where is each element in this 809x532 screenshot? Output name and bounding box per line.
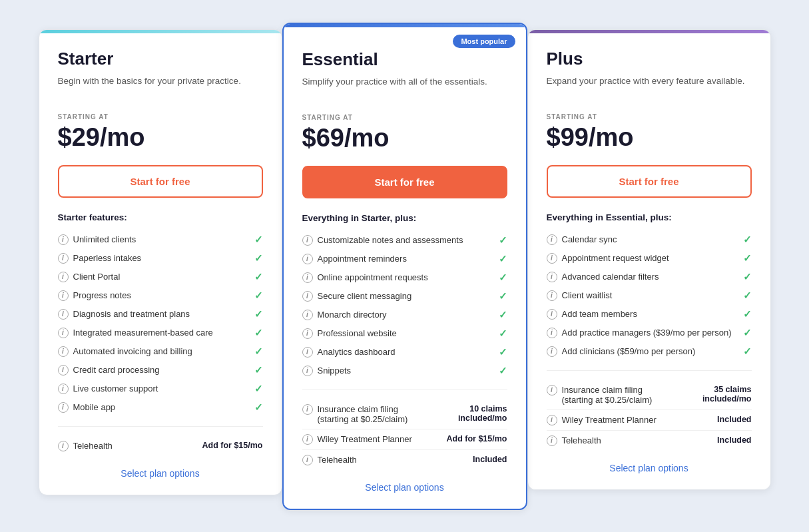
feature-item: i Credit card processing ✓ <box>58 361 263 380</box>
info-icon[interactable]: i <box>547 309 557 320</box>
feature-label: Client Portal <box>73 272 121 282</box>
feature-label: Appointment request widget <box>562 253 669 263</box>
info-icon[interactable]: i <box>58 328 69 338</box>
feature-label: Unlimited clients <box>73 234 136 244</box>
info-icon[interactable]: i <box>547 415 557 425</box>
check-icon: ✓ <box>499 346 507 358</box>
feature-label: Add team members <box>562 309 637 319</box>
addon-item: i Telehealth Add for $15/mo <box>58 436 263 456</box>
check-icon: ✓ <box>254 252 263 264</box>
select-plan-link-starter[interactable]: Select plan options <box>58 468 263 479</box>
addon-value: Add for $15/mo <box>202 441 263 450</box>
feature-label: Credit card processing <box>73 365 160 375</box>
feature-item: i Paperless intakes ✓ <box>58 249 263 268</box>
info-icon[interactable]: i <box>302 347 313 358</box>
check-icon: ✓ <box>254 271 263 283</box>
select-plan-link-plus[interactable]: Select plan options <box>547 463 752 473</box>
feature-item: i Monarch directory ✓ <box>302 306 507 324</box>
info-icon[interactable]: i <box>58 309 69 320</box>
addon-value: Included <box>454 455 507 464</box>
starting-at-label-essential: STARTING AT <box>302 114 507 121</box>
features-header-plus: Everything in Essential, plus: <box>547 212 752 222</box>
info-icon[interactable]: i <box>58 384 69 394</box>
addon-label: Telehealth <box>73 441 113 451</box>
check-icon: ✓ <box>254 327 263 339</box>
feature-list-starter: i Unlimited clients ✓ i Paperless intake… <box>58 230 263 417</box>
info-icon[interactable]: i <box>58 441 69 451</box>
feature-item: i Online appointment requests ✓ <box>302 268 507 287</box>
feature-item: i Live customer support ✓ <box>58 380 263 398</box>
feature-label: Mobile app <box>73 402 116 412</box>
info-icon[interactable]: i <box>547 385 557 396</box>
info-icon[interactable]: i <box>302 404 313 415</box>
info-icon[interactable]: i <box>547 234 557 245</box>
info-icon[interactable]: i <box>58 346 69 357</box>
feature-label: Add clinicians ($59/mo per person) <box>562 346 696 356</box>
info-icon[interactable]: i <box>58 234 69 245</box>
feature-label: Secure client messaging <box>318 291 412 301</box>
info-icon[interactable]: i <box>302 291 313 302</box>
info-icon[interactable]: i <box>58 272 69 282</box>
plan-price-plus: $99/mo <box>547 123 752 152</box>
plan-name-essential: Essential <box>302 49 507 70</box>
addon-section-plus: i Insurance claim filing(starting at $0.… <box>547 370 752 451</box>
info-icon[interactable]: i <box>547 253 557 264</box>
addon-label: Telehealth <box>562 435 601 445</box>
info-icon[interactable]: i <box>58 253 69 264</box>
addon-item: i Telehealth Included <box>302 450 507 470</box>
feature-item: i Client Portal ✓ <box>58 268 263 286</box>
start-free-button-essential[interactable]: Start for free <box>302 166 507 198</box>
most-popular-badge: Most popular <box>453 35 515 48</box>
info-icon[interactable]: i <box>302 455 313 465</box>
feature-label: Integrated measurement-based care <box>73 328 213 338</box>
info-icon[interactable]: i <box>58 365 69 376</box>
feature-list-essential: i Customizable notes and assessments ✓ i… <box>302 231 507 380</box>
feature-item: i Mobile app ✓ <box>58 398 263 417</box>
check-icon: ✓ <box>254 234 263 246</box>
check-icon: ✓ <box>254 364 263 376</box>
feature-item: i Customizable notes and assessments ✓ <box>302 231 507 250</box>
feature-label: Progress notes <box>73 290 131 300</box>
pricing-container: Starter Begin with the basics for your p… <box>39 29 771 503</box>
feature-item: i Unlimited clients ✓ <box>58 230 263 249</box>
plan-desc-starter: Begin with the basics for your private p… <box>58 75 263 101</box>
info-icon[interactable]: i <box>547 290 557 301</box>
addon-label: Wiley Treatment Planner <box>318 434 412 444</box>
info-icon[interactable]: i <box>302 235 313 246</box>
info-icon[interactable]: i <box>547 346 557 357</box>
info-icon[interactable]: i <box>547 435 557 446</box>
plan-name-plus: Plus <box>547 49 752 69</box>
feature-item: i Analytics dashboard ✓ <box>302 343 507 362</box>
check-icon: ✓ <box>743 327 752 339</box>
check-icon: ✓ <box>254 401 263 413</box>
feature-item: i Progress notes ✓ <box>58 286 263 305</box>
info-icon[interactable]: i <box>302 254 313 264</box>
starting-at-label-plus: STARTING AT <box>547 113 752 121</box>
feature-label: Add practice managers ($39/mo per person… <box>562 328 732 338</box>
feature-item: i Add clinicians ($59/mo per person) ✓ <box>547 342 752 361</box>
info-icon[interactable]: i <box>302 366 313 376</box>
info-icon[interactable]: i <box>58 402 69 413</box>
plan-card-essential: Most popular Essential Simplify your pra… <box>282 23 527 510</box>
start-free-button-starter[interactable]: Start for free <box>58 165 263 198</box>
feature-label: Monarch directory <box>318 310 387 320</box>
info-icon[interactable]: i <box>547 328 557 338</box>
feature-label: Advanced calendar filters <box>562 272 659 282</box>
start-free-button-plus[interactable]: Start for free <box>547 165 752 198</box>
check-icon: ✓ <box>499 328 507 340</box>
addon-item: i Insurance claim filing(starting at $0.… <box>547 380 752 410</box>
check-icon: ✓ <box>743 290 752 302</box>
info-icon[interactable]: i <box>302 434 313 445</box>
info-icon[interactable]: i <box>58 290 69 301</box>
addon-section-starter: i Telehealth Add for $15/mo <box>58 426 263 456</box>
feature-item: i Client waitlist ✓ <box>547 286 752 305</box>
select-plan-link-essential[interactable]: Select plan options <box>302 482 507 493</box>
features-header-essential: Everything in Starter, plus: <box>302 213 507 223</box>
info-icon[interactable]: i <box>547 272 557 282</box>
info-icon[interactable]: i <box>302 310 313 320</box>
features-header-starter: Starter features: <box>58 212 263 222</box>
info-icon[interactable]: i <box>302 272 313 283</box>
check-icon: ✓ <box>499 234 507 246</box>
info-icon[interactable]: i <box>302 328 313 339</box>
feature-item: i Calendar sync ✓ <box>547 230 752 249</box>
